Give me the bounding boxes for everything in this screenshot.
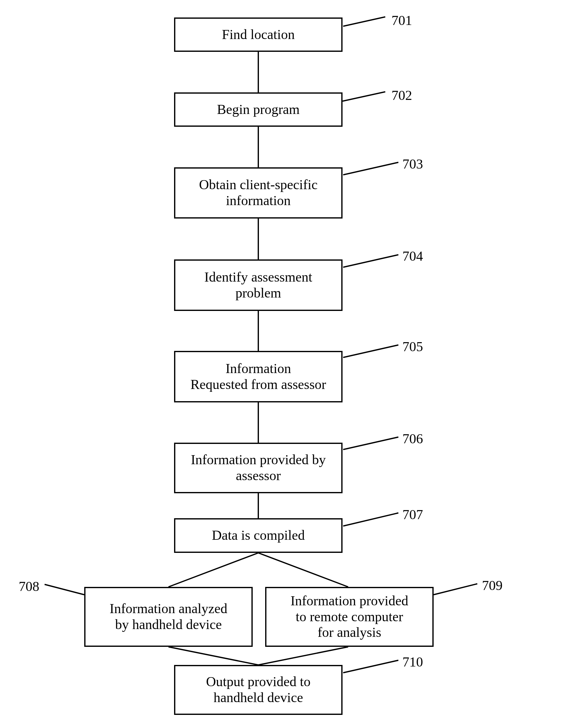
step-output-handheld: Output provided tohandheld device — [174, 665, 342, 715]
step-label: Find location — [222, 27, 294, 43]
step-label: Information analyzedby handheld device — [110, 601, 228, 633]
step-analyzed-handheld: Information analyzedby handheld device — [84, 587, 253, 647]
step-data-compiled: Data is compiled — [174, 518, 342, 553]
step-label: Identify assessmentproblem — [204, 269, 312, 301]
ref-label-701: 701 — [392, 12, 412, 28]
svg-line-15 — [343, 437, 398, 450]
ref-label-707: 707 — [402, 507, 423, 523]
svg-line-13 — [343, 255, 398, 267]
step-label: Data is compiled — [212, 528, 305, 543]
svg-line-14 — [343, 345, 398, 357]
svg-line-9 — [258, 647, 348, 665]
step-provided-remote: Information providedto remote computerfo… — [265, 587, 434, 647]
ref-label-710: 710 — [402, 654, 423, 670]
step-identify-problem: Identify assessmentproblem — [174, 259, 342, 311]
ref-label-705: 705 — [402, 339, 423, 355]
step-label: Obtain client-specificinformation — [199, 177, 318, 208]
svg-line-8 — [168, 647, 258, 665]
step-find-location: Find location — [174, 17, 342, 52]
ref-label-702: 702 — [392, 87, 412, 103]
step-begin-program: Begin program — [174, 92, 342, 127]
ref-label-709: 709 — [482, 578, 502, 593]
step-label: Information provided byassessor — [191, 452, 326, 484]
ref-label-704: 704 — [402, 248, 423, 264]
step-info-provided-assessor: Information provided byassessor — [174, 443, 342, 493]
svg-line-11 — [342, 92, 385, 101]
svg-line-19 — [343, 660, 398, 673]
svg-line-10 — [343, 17, 385, 26]
ref-label-703: 703 — [402, 156, 423, 172]
step-label: InformationRequested from assessor — [190, 361, 326, 392]
ref-label-708: 708 — [19, 578, 39, 595]
svg-line-7 — [258, 553, 348, 587]
step-label: Output provided tohandheld device — [206, 674, 311, 705]
flowchart-canvas: Find location Begin program Obtain clien… — [0, 0, 574, 728]
svg-line-17 — [434, 584, 477, 595]
svg-line-6 — [168, 553, 258, 587]
step-label: Begin program — [217, 102, 299, 118]
step-obtain-client-info: Obtain client-specificinformation — [174, 167, 342, 219]
svg-line-18 — [45, 584, 84, 595]
step-info-requested: InformationRequested from assessor — [174, 351, 342, 403]
svg-line-12 — [343, 162, 398, 175]
svg-line-16 — [343, 513, 398, 526]
ref-label-706: 706 — [402, 431, 423, 447]
step-label: Information providedto remote computerfo… — [290, 593, 408, 641]
